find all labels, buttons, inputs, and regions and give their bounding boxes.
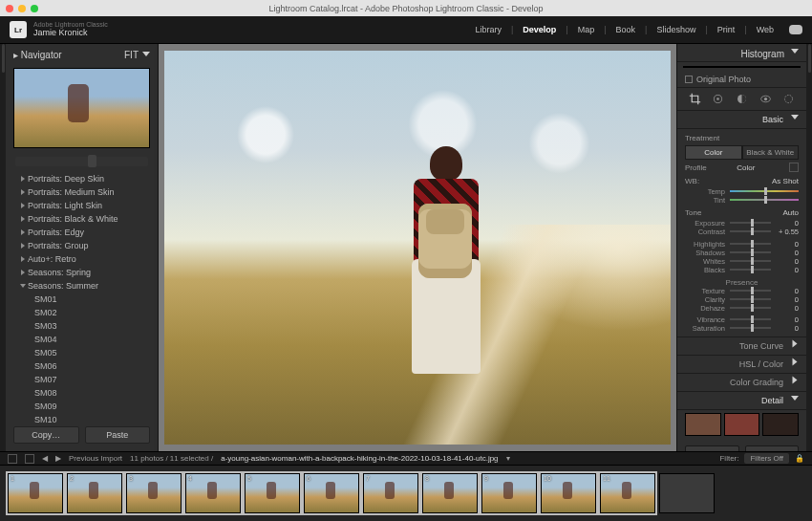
- filter-lock-icon[interactable]: 🔒: [795, 454, 804, 463]
- filmstrip[interactable]: 1234567891011: [0, 465, 812, 521]
- preset-item[interactable]: SM02: [6, 306, 158, 319]
- image-viewport[interactable]: [159, 44, 676, 451]
- identity-plate[interactable]: Jamie Kronick: [33, 29, 108, 38]
- module-develop[interactable]: Develop: [523, 25, 556, 34]
- treatment-color-button[interactable]: Color: [685, 145, 742, 160]
- module-print[interactable]: Print: [717, 25, 736, 34]
- whites-slider[interactable]: [730, 260, 771, 262]
- sync-button[interactable]: Sync…: [685, 445, 739, 451]
- module-slideshow[interactable]: Slideshow: [656, 25, 695, 34]
- filmstrip-thumb[interactable]: 3: [126, 473, 182, 513]
- grid-view-button[interactable]: [25, 454, 34, 464]
- source-label[interactable]: Previous Import: [69, 454, 122, 463]
- preset-item[interactable]: Seasons: Summer: [6, 279, 158, 293]
- disclosure-triangle-icon[interactable]: [21, 189, 25, 195]
- preset-item[interactable]: Portraits: Medium Skin: [6, 185, 158, 199]
- dehaze-slider[interactable]: [730, 307, 771, 309]
- treatment-bw-button[interactable]: Black & White: [742, 145, 800, 160]
- module-book[interactable]: Book: [616, 25, 636, 34]
- preset-item[interactable]: SM07: [6, 373, 158, 386]
- original-photo-toggle[interactable]: Original Photo: [677, 72, 806, 88]
- color-grading-header[interactable]: Color Grading: [677, 374, 806, 392]
- paste-button[interactable]: Paste: [85, 426, 151, 444]
- navigator-header[interactable]: ▸ Navigator FIT: [6, 44, 158, 64]
- preset-item[interactable]: Portraits: Light Skin: [6, 199, 158, 212]
- clarity-slider[interactable]: [730, 298, 771, 300]
- detail-swatch[interactable]: [762, 413, 799, 436]
- preset-item[interactable]: SM06: [6, 359, 158, 373]
- navigator-preview[interactable]: [13, 68, 150, 148]
- preset-item[interactable]: SM08: [6, 386, 158, 400]
- crop-tool-icon[interactable]: [689, 93, 701, 105]
- right-edge-grip[interactable]: [806, 44, 812, 451]
- preset-item[interactable]: SM10: [6, 413, 158, 426]
- tint-slider[interactable]: [730, 199, 799, 201]
- go-forward-button[interactable]: ▶: [55, 454, 61, 463]
- module-web[interactable]: Web: [757, 25, 774, 34]
- preset-item[interactable]: SM04: [6, 333, 158, 346]
- disclosure-triangle-icon[interactable]: [21, 243, 25, 249]
- disclosure-triangle-icon[interactable]: [21, 256, 25, 262]
- preset-item[interactable]: SM03: [6, 319, 158, 333]
- masking-icon[interactable]: [782, 93, 795, 105]
- redeye-tool-icon[interactable]: [759, 93, 772, 105]
- second-window-button[interactable]: [8, 454, 17, 464]
- profile-value[interactable]: Color: [737, 163, 755, 172]
- preset-item[interactable]: SM01: [6, 293, 158, 306]
- module-library[interactable]: Library: [475, 25, 502, 34]
- preset-item[interactable]: SM05: [6, 346, 158, 359]
- detail-header[interactable]: Detail: [677, 392, 806, 410]
- hsl-header[interactable]: HSL / Color: [677, 356, 806, 374]
- disclosure-triangle-icon[interactable]: [20, 284, 26, 288]
- vibrance-slider[interactable]: [730, 318, 771, 320]
- preset-item[interactable]: Portraits: Group: [6, 239, 158, 252]
- cloud-sync-icon[interactable]: [789, 25, 802, 34]
- filmstrip-thumb[interactable]: 11: [600, 473, 655, 513]
- contrast-slider[interactable]: [730, 230, 771, 232]
- detail-swatch[interactable]: [724, 413, 760, 436]
- highlights-slider[interactable]: [730, 243, 771, 245]
- filmstrip-thumb[interactable]: 8: [422, 473, 478, 513]
- detail-swatch[interactable]: [685, 413, 721, 436]
- wb-value[interactable]: As Shot: [772, 177, 799, 185]
- go-back-button[interactable]: ◀: [42, 454, 48, 463]
- preset-item[interactable]: Auto+: Retro: [6, 252, 158, 266]
- texture-slider[interactable]: [730, 290, 771, 292]
- mask-tool-icon[interactable]: [736, 93, 748, 105]
- preset-item[interactable]: Portraits: Edgy: [6, 226, 158, 239]
- disclosure-triangle-icon[interactable]: [21, 176, 25, 182]
- exposure-slider[interactable]: [730, 222, 771, 224]
- disclosure-triangle-icon[interactable]: [21, 270, 25, 275]
- basic-section-header[interactable]: Basic: [677, 111, 806, 129]
- preset-item[interactable]: SM09: [6, 400, 158, 413]
- saturation-slider[interactable]: [730, 327, 771, 329]
- chevron-down-icon[interactable]: [142, 52, 150, 56]
- heal-tool-icon[interactable]: [712, 93, 724, 105]
- disclosure-triangle-icon[interactable]: [21, 203, 25, 208]
- shadows-slider[interactable]: [730, 251, 771, 253]
- filmstrip-thumb[interactable]: 4: [185, 473, 241, 513]
- reset-button[interactable]: Reset: [745, 445, 800, 451]
- module-map[interactable]: Map: [578, 25, 595, 34]
- profile-grid-icon[interactable]: [789, 163, 799, 172]
- histogram-header[interactable]: Histogram: [677, 44, 806, 62]
- preset-item[interactable]: Portraits: Deep Skin: [6, 172, 158, 185]
- tone-curve-header[interactable]: Tone Curve: [677, 337, 806, 356]
- temp-slider[interactable]: [730, 190, 799, 192]
- disclosure-triangle-icon[interactable]: [21, 216, 25, 222]
- filmstrip-thumb[interactable]: 6: [304, 473, 359, 513]
- filmstrip-thumb[interactable]: 9: [481, 473, 537, 513]
- filmstrip-thumb[interactable]: 7: [363, 473, 418, 513]
- filmstrip-thumb[interactable]: 2: [67, 473, 122, 513]
- preset-amount-slider[interactable]: [15, 157, 148, 166]
- filter-dropdown[interactable]: Filters Off: [744, 453, 789, 464]
- filmstrip-thumb[interactable]: 1: [8, 473, 63, 513]
- disclosure-triangle-icon[interactable]: [21, 229, 25, 235]
- preset-item[interactable]: Seasons: Spring: [6, 266, 158, 279]
- filmstrip-thumb[interactable]: 5: [245, 473, 300, 513]
- filmstrip-thumb[interactable]: 10: [541, 473, 596, 513]
- histogram[interactable]: ISO 320: [683, 66, 801, 68]
- auto-tone-button[interactable]: Auto: [783, 208, 799, 217]
- blacks-slider[interactable]: [730, 269, 771, 271]
- filmstrip-thumb[interactable]: [659, 473, 715, 513]
